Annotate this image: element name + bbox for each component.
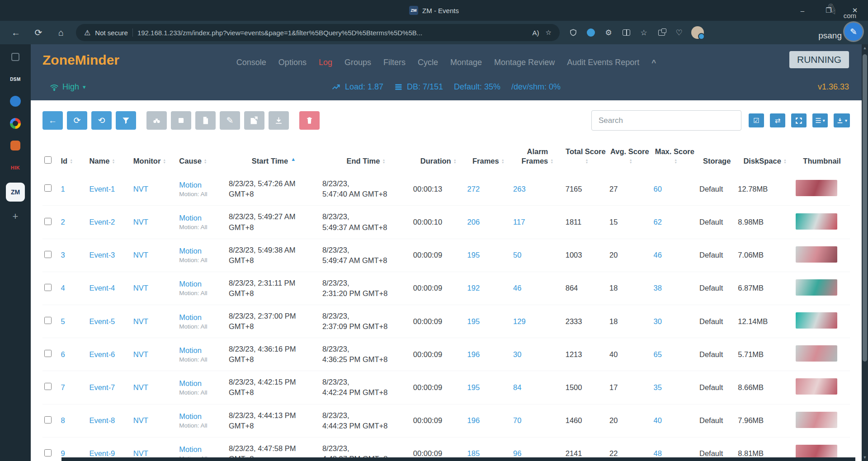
event-name-link[interactable]: Event-4 [89,284,115,292]
export-button[interactable] [244,111,264,130]
favorites-bar-icon[interactable]: ☆ [638,27,649,38]
tab-favicon-orange-app[interactable] [8,138,23,153]
export-report-button[interactable] [195,111,216,130]
vertical-scrollbar[interactable]: ▲ ▼ [862,44,868,461]
nav-log[interactable]: Log [319,58,332,67]
monitor-link[interactable]: NVT [133,185,148,193]
row-checkbox[interactable] [44,416,52,423]
event-id-link[interactable]: 8 [61,416,65,424]
cause-link[interactable]: Motion [179,445,202,453]
favorite-star-icon[interactable]: ☆ [546,28,552,37]
column-header-name[interactable]: Name▲▼ [87,141,131,173]
cause-link[interactable]: Motion [179,313,202,321]
select-all-checkbox[interactable] [44,156,52,164]
max-score-link[interactable]: 65 [654,350,662,358]
monitor-link[interactable]: NVT [133,383,148,391]
event-id-link[interactable]: 1 [61,185,65,193]
nav-options[interactable]: Options [278,58,307,67]
back-icon[interactable]: ← [5,24,26,42]
archive-button[interactable] [171,111,191,130]
nav-cycle[interactable]: Cycle [418,58,438,67]
event-id-link[interactable]: 7 [61,383,65,391]
bandwidth-selector[interactable]: High ▾ [50,82,86,92]
event-name-link[interactable]: Event-1 [89,185,115,193]
max-score-link[interactable]: 46 [654,251,662,259]
nav-montage-review[interactable]: Montage Review [494,58,555,67]
cause-link[interactable]: Motion [179,214,202,222]
download-button[interactable] [269,111,289,130]
extensions-icon[interactable]: ⚙ [603,27,614,38]
row-checkbox[interactable] [44,317,52,324]
cause-link[interactable]: Motion [179,280,202,288]
monitor-link[interactable]: NVT [133,449,148,457]
frames-link[interactable]: 196 [467,350,480,358]
column-header-end-time[interactable]: End Time▲▼ [321,141,411,173]
event-thumbnail[interactable] [796,180,837,196]
row-checkbox[interactable] [44,184,52,192]
max-score-link[interactable]: 38 [654,284,662,292]
row-checkbox[interactable] [44,449,52,456]
row-checkbox[interactable] [44,284,52,291]
alarm-frames-link[interactable]: 70 [513,416,521,424]
url-text[interactable]: 192.168.1.233/zm/index.php?view=events&p… [137,29,528,37]
tab-favicon-dsm[interactable]: DSM [8,72,23,86]
frames-link[interactable]: 195 [467,383,480,391]
shield-icon[interactable] [568,27,579,38]
search-input[interactable] [591,110,741,131]
monitor-link[interactable]: NVT [133,218,148,226]
profile-avatar[interactable] [691,26,704,39]
tab-favicon-zoneminder-active[interactable]: ZM [6,183,25,202]
alarm-frames-link[interactable]: 129 [513,317,526,325]
column-header-diskspace[interactable]: DiskSpace▲▼ [736,141,794,173]
event-thumbnail[interactable] [796,412,837,428]
cause-link[interactable]: Motion [179,346,202,354]
tab-favicon-blue-camera[interactable] [8,94,23,108]
minimize-button[interactable]: – [789,0,816,21]
read-aloud-icon[interactable]: A) [533,29,539,37]
fullscreen-expand-button[interactable] [791,113,807,127]
refresh-icon[interactable]: ⟳ [28,24,49,42]
column-header-cause[interactable]: Cause▲▼ [177,141,227,173]
cause-link[interactable]: Motion [179,181,202,189]
event-thumbnail[interactable] [796,345,837,362]
column-header-max-score[interactable]: Max. Score▲▼ [652,141,698,173]
max-score-link[interactable]: 30 [654,317,662,325]
nav-filters[interactable]: Filters [383,58,406,67]
event-id-link[interactable]: 9 [61,449,65,457]
shm-usage[interactable]: /dev/shm: 0% [511,82,561,92]
alarm-frames-link[interactable]: 117 [513,218,525,226]
event-thumbnail[interactable] [796,279,837,296]
tab-actions-icon[interactable] [8,50,23,64]
event-name-link[interactable]: Event-3 [89,251,115,259]
event-name-link[interactable]: Event-6 [89,350,115,358]
edit-button[interactable]: ✎ [220,111,240,130]
scroll-up-arrow-icon[interactable]: ▲ [862,46,868,50]
event-id-link[interactable]: 6 [61,350,65,358]
event-id-link[interactable]: 3 [61,251,65,259]
nav-console[interactable]: Console [236,58,266,67]
event-id-link[interactable]: 2 [61,218,65,226]
column-header-duration[interactable]: Duration▲▼ [411,141,466,173]
frames-link[interactable]: 192 [467,284,480,292]
view-all-binoculars-button[interactable] [146,111,167,130]
maximize-button[interactable]: ❐ [816,0,842,21]
event-id-link[interactable]: 4 [61,284,65,292]
max-score-link[interactable]: 60 [654,185,662,193]
browser-essentials-icon[interactable]: ♡ [674,27,684,38]
alarm-frames-link[interactable]: 30 [513,350,521,358]
event-name-link[interactable]: Event-2 [89,218,115,226]
nav-groups[interactable]: Groups [344,58,371,67]
event-thumbnail[interactable] [796,246,837,263]
event-name-link[interactable]: Event-8 [89,416,115,424]
zoneminder-logo[interactable]: ZoneMinder [42,52,119,68]
horizontal-scrollbar[interactable] [61,457,855,461]
monitor-link[interactable]: NVT [133,251,148,259]
adblock-extension-icon[interactable] [585,27,596,38]
frames-link[interactable]: 185 [467,449,480,457]
column-header-frames[interactable]: Frames▲▼ [466,141,511,173]
row-checkbox[interactable] [44,251,52,258]
scrollbar-thumb[interactable] [863,54,867,362]
alarm-frames-link[interactable]: 263 [513,185,526,193]
alarm-frames-link[interactable]: 50 [513,251,521,259]
event-name-link[interactable]: Event-5 [89,317,115,325]
